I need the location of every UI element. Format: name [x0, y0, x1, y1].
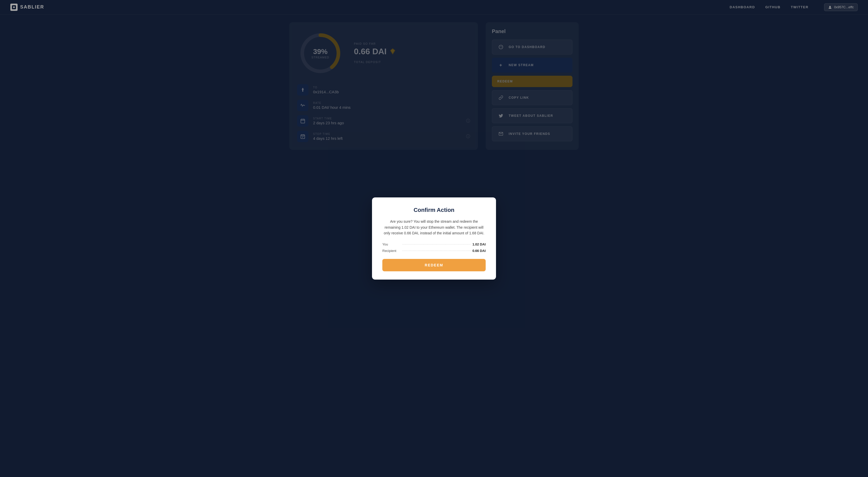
- you-dots: [402, 244, 470, 244]
- modal-row-recipient: Recipient 0.66 DAI: [382, 249, 486, 253]
- modal-table: You 1.02 DAI Recipient 0.66 DAI: [382, 242, 486, 253]
- you-value: 1.02 DAI: [472, 242, 486, 246]
- modal-row-you: You 1.02 DAI: [382, 242, 486, 246]
- recipient-label: Recipient: [382, 249, 400, 253]
- modal-redeem-button[interactable]: REDEEM: [382, 259, 486, 271]
- modal-overlay: Confirm Action Are you sure? You will st…: [0, 0, 868, 477]
- modal-body: Are you sure? You will stop the stream a…: [382, 218, 486, 236]
- confirm-action-modal: Confirm Action Are you sure? You will st…: [372, 198, 496, 279]
- recipient-value: 0.66 DAI: [472, 249, 486, 253]
- you-label: You: [382, 242, 400, 246]
- modal-title: Confirm Action: [382, 207, 486, 213]
